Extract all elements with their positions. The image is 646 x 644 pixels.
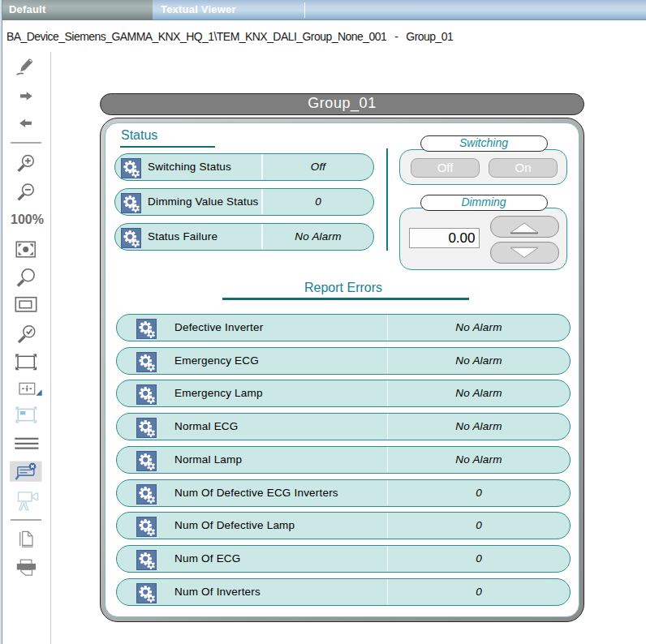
svg-text:100%: 100% (11, 213, 44, 226)
